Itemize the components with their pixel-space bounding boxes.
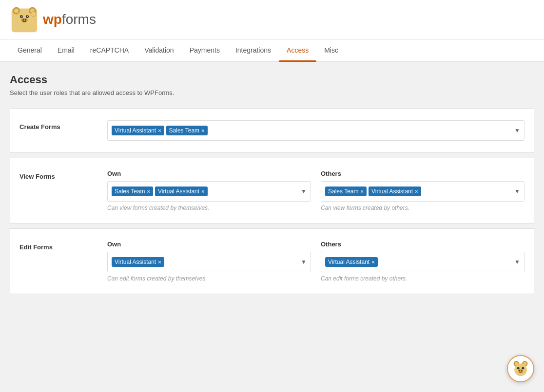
view-forms-label: View Forms — [19, 170, 97, 180]
view-forms-others-select[interactable]: Sales Team × Virtual Assistant × ▼ — [321, 181, 525, 202]
create-forms-select-wrapper: Virtual Assistant × Sales Team × ▼ — [107, 120, 525, 141]
create-forms-label: Create Forms — [19, 120, 97, 131]
tab-general[interactable]: General — [10, 39, 50, 61]
create-forms-select[interactable]: Virtual Assistant × Sales Team × ▼ — [107, 120, 525, 141]
view-forms-own-tag-sales-team: Sales Team × — [112, 187, 153, 196]
edit-forms-others-select[interactable]: Virtual Assistant × ▼ — [321, 252, 525, 272]
tag-label: Sales Team — [115, 188, 145, 195]
tab-recaptcha[interactable]: reCAPTCHA — [82, 39, 136, 61]
create-forms-tag-sales-team: Sales Team × — [166, 126, 208, 135]
bear-logo-icon — [10, 5, 39, 34]
edit-forms-others-block: Others Virtual Assistant × ▼ Can edit fo… — [321, 241, 525, 282]
view-forms-own-hint: Can view forms created by themselves. — [107, 205, 311, 211]
view-forms-own-block: Own Sales Team × Virtual Assistant × ▼ C… — [107, 170, 311, 211]
edit-forms-own-dropdown-arrow-icon: ▼ — [299, 259, 307, 265]
page-title: Access — [10, 74, 534, 86]
nav-tabs: General Email reCAPTCHA Validation Payme… — [0, 39, 544, 62]
edit-forms-others-hint: Can edit forms created by others. — [321, 275, 525, 282]
tab-validation[interactable]: Validation — [136, 39, 181, 61]
svg-point-9 — [27, 16, 28, 17]
logo-text: wpforms — [43, 12, 96, 27]
view-forms-own-select[interactable]: Sales Team × Virtual Assistant × ▼ — [107, 181, 311, 202]
edit-forms-others-tag-va-remove[interactable]: × — [371, 259, 374, 265]
edit-forms-others-tag-virtual-assistant: Virtual Assistant × — [325, 257, 378, 267]
tag-label: Virtual Assistant — [115, 127, 156, 134]
svg-point-3 — [14, 9, 19, 13]
edit-forms-others-label: Others — [321, 241, 525, 248]
svg-point-8 — [21, 16, 22, 17]
view-forms-own-label: Own — [107, 170, 311, 177]
tab-integrations[interactable]: Integrations — [228, 39, 279, 61]
create-forms-tag-virtual-assistant: Virtual Assistant × — [112, 126, 164, 135]
edit-forms-two-col: Own Virtual Assistant × ▼ Can edit forms… — [107, 241, 525, 282]
view-forms-others-tag-va-remove[interactable]: × — [415, 188, 418, 194]
svg-point-12 — [25, 19, 26, 20]
view-forms-others-dropdown-arrow-icon: ▼ — [512, 188, 520, 195]
view-forms-others-hint: Can view forms created by others. — [321, 205, 525, 211]
tab-email[interactable]: Email — [50, 39, 82, 61]
view-forms-own-dropdown-arrow-icon: ▼ — [299, 188, 307, 195]
view-forms-others-tag-st-remove[interactable]: × — [360, 188, 363, 194]
view-forms-others-label: Others — [321, 170, 525, 177]
edit-forms-others-dropdown-arrow-icon: ▼ — [512, 259, 520, 265]
tab-access[interactable]: Access — [279, 39, 316, 61]
header: wpforms — [0, 0, 544, 39]
view-forms-section: View Forms Own Sales Team × Virtual Assi… — [10, 158, 534, 224]
svg-point-13 — [31, 12, 37, 17]
tag-label: Virtual Assistant — [115, 259, 156, 265]
view-forms-own-tag-virtual-assistant: Virtual Assistant × — [155, 187, 208, 196]
view-forms-own-tag-st-remove[interactable]: × — [147, 188, 150, 194]
edit-forms-label: Edit Forms — [19, 241, 97, 251]
edit-forms-own-hint: Can edit forms created by themselves. — [107, 275, 311, 282]
create-forms-dropdown-arrow-icon: ▼ — [512, 127, 520, 134]
tag-label: Sales Team — [169, 127, 199, 134]
tab-misc[interactable]: Misc — [316, 39, 346, 61]
logo-area: wpforms — [10, 5, 96, 34]
tag-label: Sales Team — [328, 188, 358, 195]
edit-forms-own-tag-virtual-assistant: Virtual Assistant × — [112, 257, 164, 267]
tag-label: Virtual Assistant — [158, 188, 199, 195]
view-forms-own-tag-va-remove[interactable]: × — [201, 188, 204, 194]
view-forms-others-tag-virtual-assistant: Virtual Assistant × — [369, 187, 421, 196]
tag-label: Virtual Assistant — [371, 188, 413, 195]
tag-label: Virtual Assistant — [328, 259, 369, 265]
create-forms-section: Create Forms Virtual Assistant × Sales T… — [10, 108, 534, 153]
edit-forms-own-select[interactable]: Virtual Assistant × ▼ — [107, 252, 311, 272]
view-forms-others-block: Others Sales Team × Virtual Assistant × … — [321, 170, 525, 211]
view-forms-two-col: Own Sales Team × Virtual Assistant × ▼ C… — [107, 170, 525, 211]
edit-forms-own-label: Own — [107, 241, 311, 248]
create-forms-tag-va-remove[interactable]: × — [158, 128, 161, 133]
view-forms-others-tag-sales-team: Sales Team × — [325, 187, 367, 196]
main-content: Access Select the user roles that are al… — [0, 62, 544, 311]
tab-payments[interactable]: Payments — [182, 39, 228, 61]
edit-forms-section: Edit Forms Own Virtual Assistant × ▼ Can… — [10, 228, 534, 294]
edit-forms-own-tag-va-remove[interactable]: × — [158, 259, 161, 265]
edit-forms-own-block: Own Virtual Assistant × ▼ Can edit forms… — [107, 241, 311, 282]
page-subtitle: Select the user roles that are allowed a… — [10, 89, 534, 96]
svg-point-11 — [22, 19, 24, 20]
create-forms-tag-st-remove[interactable]: × — [201, 128, 204, 133]
